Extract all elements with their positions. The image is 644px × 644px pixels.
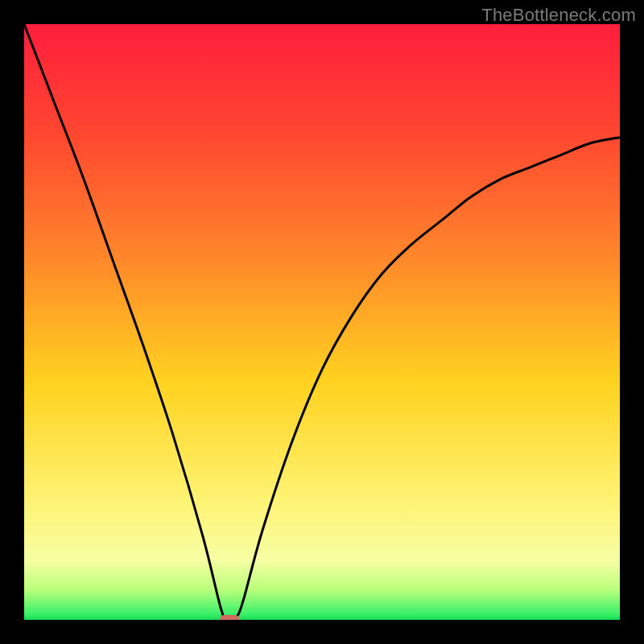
watermark-text: TheBottleneck.com — [481, 5, 636, 26]
minimum-marker — [220, 615, 239, 620]
bottleneck-chart — [24, 24, 620, 620]
minimum-marker-dot — [220, 615, 239, 620]
gradient-background — [24, 24, 620, 620]
chart-frame — [24, 24, 620, 620]
